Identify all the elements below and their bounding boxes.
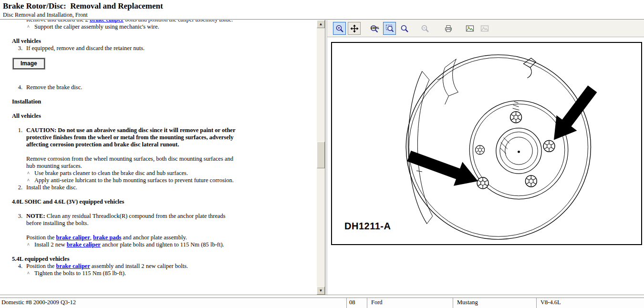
list-number [12, 20, 22, 23]
image-toolbar: 100% [327, 20, 644, 37]
caution-text: CAUTION: Do not use an abrasive sanding … [26, 127, 241, 148]
paragraph: Position the brake caliper, brake pads a… [26, 234, 241, 241]
list-number: 3. [12, 45, 22, 52]
page-title: Brake Rotor/Disc: Removal and Replacemen… [0, 0, 644, 11]
status-make: Ford [367, 298, 453, 308]
heading-all-vehicles-2: All vehicles [12, 113, 317, 120]
scroll-down-button[interactable]: ▼ [317, 287, 325, 295]
sub-bullet: ^ Apply anti-seize lubricant to the hub … [27, 177, 254, 184]
fit-window-icon[interactable] [383, 22, 396, 35]
sub-bullet: ^ Use brake parts cleaner to clean the b… [27, 170, 254, 177]
bullet-caret: ^ [27, 241, 31, 248]
zoom-in-icon[interactable] [333, 22, 346, 35]
step-text: bolts and position the caliper assembly … [124, 20, 233, 23]
sub-bullet-text: Tighten the bolts to 115 Nm (85 lb-ft). [34, 270, 239, 277]
zoom-out-icon [418, 22, 431, 35]
document-header: Brake Rotor/Disc: Removal and Replacemen… [0, 0, 644, 20]
step-text: and anchor plate assembly. [121, 234, 187, 241]
step-text: Install the brake disc. [26, 184, 241, 191]
bullet-caret: ^ [27, 177, 31, 184]
heading-all-vehicles: All vehicles [12, 38, 317, 45]
bottom-separator [0, 295, 644, 296]
paragraph: Remove corrosion from the wheel mounting… [26, 155, 241, 170]
step-4: 4. Remove the brake disc. [12, 84, 253, 91]
status-bar: Domestic #8 2000-2009 Q3-12 08 Ford Must… [0, 298, 644, 308]
callout-arrow-left [407, 151, 478, 186]
callout-arrow-right [554, 85, 597, 140]
install-step-2: 2. Install the brake disc. [12, 184, 253, 191]
install-step-3: 3. NOTE: Clean any residual Threadlock(R… [12, 213, 253, 227]
list-number: 4. [12, 263, 22, 270]
sub-bullet: ^ Support the caliper assembly using mec… [27, 23, 254, 31]
list-number: 1. [12, 127, 22, 148]
scroll-thumb[interactable] [317, 142, 325, 168]
bullet-caret: ^ [27, 170, 31, 177]
step-text: If equipped, remove and discard the reta… [26, 45, 241, 52]
image-setup-icon[interactable] [463, 22, 476, 35]
zoom-100-label: 100% [370, 26, 379, 30]
step-text: Remove and discard the 2 [26, 20, 90, 23]
step-text: Remove the brake disc. [26, 84, 241, 91]
step-continuation: Remove and discard the 2 brake caliper b… [12, 20, 253, 23]
note-label: NOTE: [26, 213, 45, 219]
brake-pads-link[interactable]: brake pads [93, 234, 121, 241]
list-number: 2. [12, 184, 22, 191]
install-step-4: 4. Position the brake caliper assembly a… [12, 263, 253, 270]
image-viewer-pane: 100% [327, 20, 644, 295]
sub-bullet: ^ Install 2 new brake caliper anchor pla… [27, 241, 254, 248]
sub-bullet-text: Support the caliper assembly using mecha… [34, 23, 239, 31]
list-number: 4. [12, 84, 22, 91]
status-year: 08 [347, 298, 367, 308]
step-text: Position the [26, 263, 56, 269]
install-step-1: 1. CAUTION: Do not use an abrasive sandi… [12, 127, 253, 148]
sub-bullet-text: Apply anti-seize lubricant to the hub mo… [34, 177, 239, 184]
heading-54l: 5.4L equipped vehicles [12, 256, 317, 263]
step-3: 3. If equipped, remove and discard the r… [12, 45, 253, 52]
step-text: Position the [26, 234, 56, 241]
brake-caliper-link[interactable]: brake caliper [90, 20, 124, 23]
figure-viewport[interactable]: DH1211-A [331, 42, 642, 245]
status-engine: V8-4.6L [537, 298, 644, 308]
status-model: Mustang [453, 298, 537, 308]
brake-rotor-diagram [332, 43, 641, 244]
bullet-caret: ^ [27, 270, 31, 277]
zoom-region-icon[interactable] [398, 22, 411, 35]
heading-installation: Installation [12, 98, 317, 105]
procedure-text-pane[interactable]: Remove and discard the 2 brake caliper b… [0, 20, 317, 295]
bullet-caret: ^ [27, 23, 31, 31]
note-text: Clean any residual Threadlock(R) compoun… [26, 213, 226, 226]
print-icon[interactable] [442, 22, 455, 35]
list-number: 3. [12, 213, 22, 227]
page-subtitle: Disc Removal and Installation, Front [0, 11, 644, 19]
pan-icon[interactable] [348, 22, 361, 35]
sub-bullet-text: Use brake parts cleaner to clean the bra… [34, 170, 239, 177]
brake-caliper-link[interactable]: brake caliper [67, 241, 101, 248]
left-pane-scrollbar[interactable]: ▲ ▼ [317, 20, 325, 295]
procedure-document: Remove and discard the 2 brake caliper b… [0, 20, 317, 277]
sub-bullet-text: anchor plate bolts and tighten to 115 Nm… [101, 241, 224, 248]
scroll-up-button[interactable]: ▲ [317, 20, 325, 28]
brake-caliper-link[interactable]: brake caliper [56, 234, 90, 241]
step-text: assembly and install 2 new caliper bolts… [90, 263, 188, 269]
figure-id-label: DH1211-A [344, 221, 391, 232]
image-button[interactable]: Image [13, 58, 45, 69]
zoom-100-icon[interactable]: 100% [368, 22, 381, 35]
status-database: Domestic #8 2000-2009 Q3-12 [0, 298, 347, 308]
heading-40l-46l: 4.0L SOHC and 4.6L (3V) equipped vehicle… [12, 198, 317, 205]
sub-bullet: ^ Tighten the bolts to 115 Nm (85 lb-ft)… [27, 270, 254, 277]
brake-caliper-link[interactable]: brake caliper [56, 263, 90, 269]
sub-bullet-text: Install 2 new [34, 241, 67, 248]
image-copy-icon [478, 22, 491, 35]
app-window: Brake Rotor/Disc: Removal and Replacemen… [0, 0, 644, 308]
